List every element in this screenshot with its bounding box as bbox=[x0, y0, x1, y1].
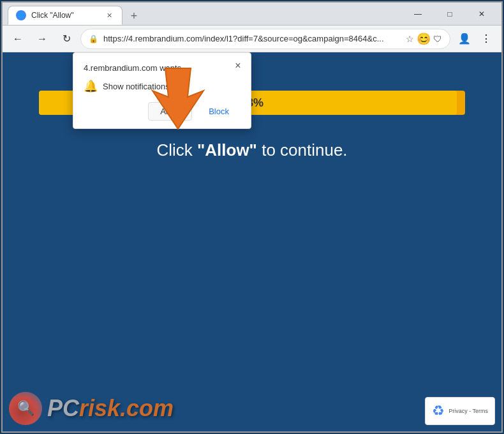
address-bar[interactable]: 🔒 https://4.rembrandium.com/index/l1?dif… bbox=[80, 29, 450, 49]
browser-frame: 🌐 Click "Allow" ✕ + — □ ✕ ← → ↻ 🔒 https:… bbox=[1, 1, 503, 433]
recaptcha-text: Privacy - Terms bbox=[448, 408, 488, 414]
new-tab-button[interactable]: + bbox=[125, 7, 143, 25]
tab-title: Click "Allow" bbox=[31, 11, 99, 20]
watermark-text: PCrisk.com bbox=[47, 395, 174, 422]
nav-bar: ← → ↻ 🔒 https://4.rembrandium.com/index/… bbox=[3, 26, 501, 52]
tab-favicon: 🌐 bbox=[16, 10, 26, 20]
allow-button[interactable]: Allow bbox=[148, 102, 192, 121]
shield-icon[interactable]: 🛡 bbox=[433, 34, 442, 44]
watermark-logo-icon: 🔍 bbox=[17, 400, 34, 417]
title-bar: 🌐 Click "Allow" ✕ + — □ ✕ bbox=[3, 3, 501, 26]
recaptcha-icon: ♻ bbox=[432, 403, 445, 419]
page-content: × 4.rembrandium.com wants 🔔 Show notific… bbox=[3, 52, 501, 431]
refresh-button[interactable]: ↻ bbox=[56, 29, 77, 49]
tab-area: 🌐 Click "Allow" ✕ + bbox=[8, 3, 399, 25]
cta-suffix: to continue. bbox=[257, 140, 348, 160]
forward-button[interactable]: → bbox=[32, 29, 52, 49]
star-icon[interactable]: ☆ bbox=[406, 34, 414, 44]
lock-icon: 🔒 bbox=[89, 34, 98, 43]
toolbar-icons: 👤 ⋮ bbox=[454, 29, 496, 49]
popup-notification-row: 🔔 Show notifications bbox=[84, 79, 241, 93]
popup-buttons: Allow Block bbox=[84, 102, 241, 121]
watermark-logo: 🔍 bbox=[9, 392, 42, 425]
bell-icon: 🔔 bbox=[84, 79, 98, 93]
cta-text: Click "Allow" to continue. bbox=[156, 140, 347, 160]
window-controls: — □ ✕ bbox=[403, 3, 496, 26]
popup-header: 4.rembrandium.com wants bbox=[84, 63, 241, 73]
tab-close-button[interactable]: ✕ bbox=[104, 10, 114, 20]
notification-popup: × 4.rembrandium.com wants 🔔 Show notific… bbox=[73, 52, 251, 129]
profile-button[interactable]: 👤 bbox=[454, 29, 475, 49]
close-button[interactable]: ✕ bbox=[467, 3, 496, 26]
back-button[interactable]: ← bbox=[8, 29, 28, 49]
cta-bold: "Allow" bbox=[197, 140, 257, 160]
watermark: 🔍 PCrisk.com bbox=[9, 392, 174, 425]
active-tab[interactable]: 🌐 Click "Allow" ✕ bbox=[8, 6, 122, 25]
menu-button[interactable]: ⋮ bbox=[476, 29, 496, 49]
recaptcha-badge: ♻ Privacy - Terms bbox=[425, 397, 495, 425]
url-text: https://4.rembrandium.com/index/l1?diff=… bbox=[103, 34, 401, 43]
cta-prefix: Click bbox=[156, 140, 197, 160]
popup-close-button[interactable]: × bbox=[230, 58, 246, 73]
minimize-button[interactable]: — bbox=[403, 3, 433, 26]
smiley-icon: 😊 bbox=[417, 32, 431, 46]
address-bar-icons: ☆ 😊 🛡 bbox=[406, 32, 442, 46]
maximize-button[interactable]: □ bbox=[435, 3, 464, 26]
popup-notification-text: Show notifications bbox=[103, 82, 170, 91]
block-button[interactable]: Block bbox=[197, 102, 241, 121]
